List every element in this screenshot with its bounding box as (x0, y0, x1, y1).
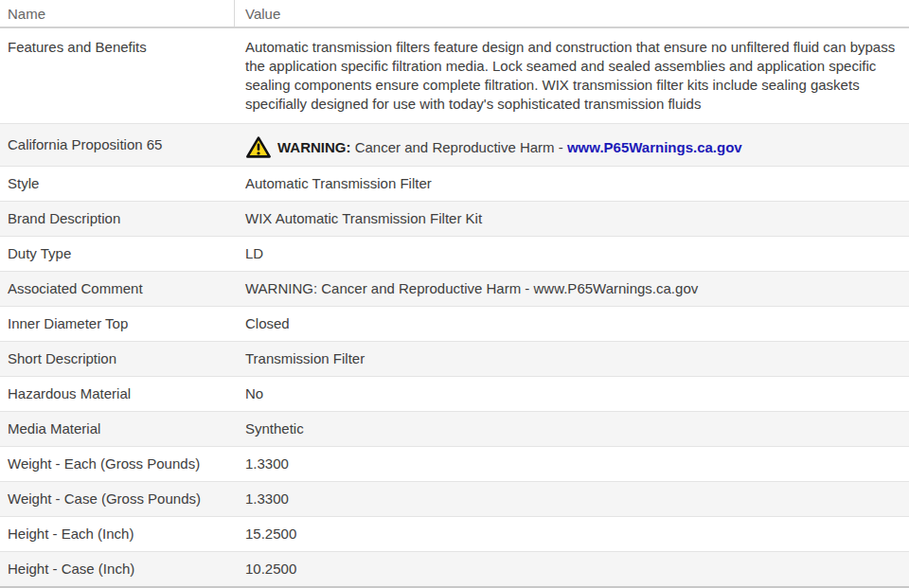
column-header-name: Name (0, 0, 235, 27)
row-value: 15.2500 (235, 517, 909, 551)
row-name-label: Media Material (0, 412, 235, 446)
row-value: LD (235, 237, 909, 271)
table-row: Duty TypeLD (0, 236, 909, 271)
row-name-label: Style (0, 167, 235, 201)
table-row: Height - Each (Inch)15.2500 (0, 516, 909, 551)
p65-warnings-link[interactable]: www.P65Warnings.ca.gov (567, 139, 742, 155)
table-body: Features and BenefitsAutomatic transmiss… (0, 28, 909, 586)
table-row: Inner Diameter TopClosed (0, 306, 909, 341)
row-value: Synthetic (235, 412, 909, 446)
row-name-label: California Proposition 65 (0, 128, 235, 162)
row-value: WARNING: Cancer and Reproductive Harm - … (235, 126, 909, 165)
warning-triangle-icon (245, 135, 272, 159)
row-name-label: Weight - Each (Gross Pounds) (0, 447, 235, 481)
product-specs-table: Name Value Features and BenefitsAutomati… (0, 0, 909, 588)
row-value: 10.2500 (235, 552, 909, 586)
warning-label: WARNING: (277, 139, 351, 155)
row-name-label: Duty Type (0, 237, 235, 271)
table-row: Weight - Each (Gross Pounds)1.3300 (0, 446, 909, 481)
row-value: No (235, 377, 909, 411)
row-value: Closed (235, 307, 909, 341)
table-row: Brand DescriptionWIX Automatic Transmiss… (0, 201, 909, 236)
table-row: Short DescriptionTransmission Filter (0, 341, 909, 376)
row-name-label: Height - Case (Inch) (0, 552, 235, 586)
table-row: Features and BenefitsAutomatic transmiss… (0, 28, 909, 123)
row-name-label: Hazardous Material (0, 377, 235, 411)
row-name-label: Inner Diameter Top (0, 307, 235, 341)
row-value: Automatic Transmission Filter (235, 167, 909, 201)
row-value: 1.3300 (235, 482, 909, 516)
row-name-label: Associated Comment (0, 272, 235, 306)
table-header-row: Name Value (0, 0, 909, 28)
table-row: Hazardous MaterialNo (0, 376, 909, 411)
table-row: California Proposition 65WARNING: Cancer… (0, 123, 909, 166)
row-name-label: Weight - Case (Gross Pounds) (0, 482, 235, 516)
row-value: 1.3300 (235, 447, 909, 481)
row-name-label: Short Description (0, 342, 235, 376)
prop65-warning: WARNING: Cancer and Reproductive Harm - … (245, 134, 900, 157)
table-row: Media MaterialSynthetic (0, 411, 909, 446)
row-name-label: Brand Description (0, 202, 235, 236)
warning-message: WARNING: Cancer and Reproductive Harm - … (277, 138, 742, 157)
column-header-value: Value (235, 6, 909, 22)
row-value: Transmission Filter (235, 342, 909, 376)
warning-text: Cancer and Reproductive Harm - (351, 139, 567, 155)
row-name-label: Height - Each (Inch) (0, 517, 235, 551)
row-value: WIX Automatic Transmission Filter Kit (235, 202, 909, 236)
table-row: StyleAutomatic Transmission Filter (0, 166, 909, 201)
row-value: Automatic transmission filters feature d… (235, 28, 909, 123)
table-row: Height - Case (Inch)10.2500 (0, 551, 909, 586)
table-row: Associated CommentWARNING: Cancer and Re… (0, 271, 909, 306)
table-row: Weight - Case (Gross Pounds)1.3300 (0, 481, 909, 516)
row-value: WARNING: Cancer and Reproductive Harm - … (235, 272, 909, 306)
row-name-label: Features and Benefits (0, 28, 235, 66)
